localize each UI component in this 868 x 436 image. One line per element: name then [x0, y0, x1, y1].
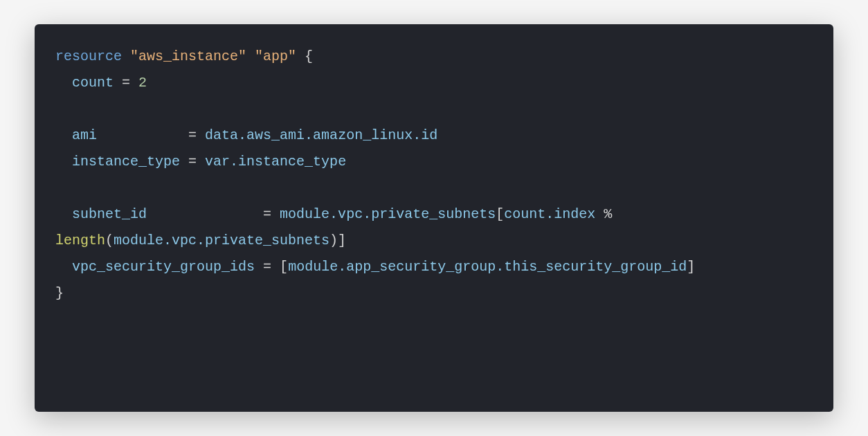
fn-length: length: [55, 233, 105, 248]
bracket-close: ]: [338, 233, 346, 248]
code-content: resource "aws_instance" "app" { count = …: [55, 44, 813, 307]
code-block: resource "aws_instance" "app" { count = …: [35, 24, 833, 412]
attr-count: count: [72, 75, 114, 91]
equals: =: [188, 154, 197, 170]
number-value: 2: [138, 75, 147, 91]
bracket-open: [: [280, 259, 288, 275]
attr-subnet-id: subnet_id: [72, 206, 147, 222]
brace-open: {: [305, 48, 313, 64]
string-name: "app": [255, 48, 296, 64]
equals: =: [188, 127, 197, 143]
brace-close: }: [55, 285, 64, 301]
ref-count-index: count.index: [504, 206, 595, 222]
bracket-close: ]: [687, 259, 695, 275]
attr-ami: ami: [72, 127, 97, 143]
ref-subnets2: module.vpc.private_subnets: [114, 233, 329, 248]
ref-sg: module.app_security_group.this_security_…: [288, 259, 687, 275]
ref-ami: data.aws_ami.amazon_linux.id: [205, 127, 437, 143]
string-type: "aws_instance": [130, 48, 246, 64]
keyword-resource: resource: [55, 48, 122, 64]
percent: %: [604, 206, 612, 222]
ref-instance-type: var.instance_type: [205, 154, 346, 170]
paren-open: (: [105, 233, 114, 248]
equals: =: [263, 259, 271, 275]
bracket-open: [: [496, 206, 504, 222]
attr-sg-ids: vpc_security_group_ids: [72, 259, 255, 275]
equals: =: [122, 75, 130, 91]
attr-instance-type: instance_type: [72, 154, 180, 170]
paren-close: ): [329, 233, 338, 248]
equals: =: [263, 206, 271, 222]
ref-subnets: module.vpc.private_subnets: [280, 206, 496, 222]
